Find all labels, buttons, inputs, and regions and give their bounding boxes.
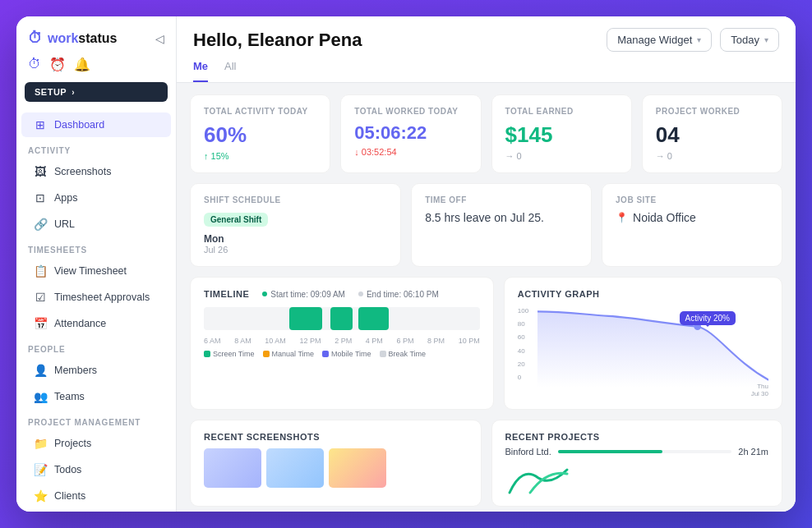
third-row: TIMELINE Start time: 09:09 AM End time: … bbox=[190, 277, 782, 410]
notification-icon[interactable]: 🔔 bbox=[74, 57, 90, 72]
stat-value: $145 bbox=[505, 122, 618, 148]
project-arc-area bbox=[505, 461, 769, 494]
sidebar-item-projects[interactable]: 📁 Projects bbox=[21, 431, 171, 456]
stat-label: TOTAL EARNED bbox=[505, 107, 618, 116]
sidebar-item-label: URL bbox=[54, 218, 75, 230]
screenshots-thumbs bbox=[204, 448, 468, 488]
shift-card: SHIFT SCHEDULE General Shift Mon Jul 26 bbox=[190, 183, 401, 267]
job-site-label: JOB SITE bbox=[616, 195, 768, 204]
sidebar-item-view-timesheet[interactable]: 📋 View Timesheet bbox=[21, 259, 171, 283]
legend-screen-time: Screen Time bbox=[204, 350, 255, 358]
sidebar-item-label: Apps bbox=[54, 192, 78, 204]
stat-sub: → 0 bbox=[656, 151, 768, 161]
today-button[interactable]: Today ▾ bbox=[720, 28, 779, 52]
time-off-label: TIME OFF bbox=[425, 195, 578, 204]
project-arc-svg bbox=[505, 461, 571, 494]
sidebar-item-label: Screenshots bbox=[54, 166, 111, 177]
stat-total-activity: TOTAL ACTIVITY TODAY 60% ↑ 15% bbox=[190, 94, 330, 173]
header-actions: Manage Widget ▾ Today ▾ bbox=[607, 28, 779, 52]
collapse-icon[interactable]: ◁ bbox=[155, 32, 164, 45]
clock-icon[interactable]: ⏱ bbox=[28, 57, 41, 72]
teams-icon: 👥 bbox=[33, 390, 48, 403]
activity-header: ACTIVITY GRAPH bbox=[518, 289, 768, 299]
manage-widget-button[interactable]: Manage Widget ▾ bbox=[607, 28, 712, 52]
timeline-bar-3 bbox=[358, 307, 389, 330]
stat-project-worked: PROJECT WORKED 04 → 0 bbox=[642, 94, 782, 173]
stat-value: 04 bbox=[656, 122, 768, 148]
sidebar-item-apps[interactable]: ⊡ Apps bbox=[21, 186, 171, 210]
sidebar-item-members[interactable]: 👤 Members bbox=[21, 358, 171, 383]
screen-time-dot bbox=[204, 351, 210, 357]
sidebar-item-timesheet-approvals[interactable]: ☑ Timesheet Approvals bbox=[21, 285, 171, 310]
main-header: Hello, Eleanor Pena Manage Widget ▾ Toda… bbox=[177, 16, 796, 83]
sidebar-item-label: Clients bbox=[54, 490, 85, 502]
tab-all[interactable]: All bbox=[224, 60, 236, 82]
sidebar-item-label: Timesheet Approvals bbox=[54, 292, 150, 303]
shift-day: Mon bbox=[204, 233, 387, 245]
logo-work: workstatus bbox=[48, 31, 117, 46]
sidebar-item-dashboard[interactable]: ⊞ Dashboard bbox=[21, 112, 171, 137]
sidebar-item-label: Projects bbox=[54, 438, 91, 449]
shift-label: SHIFT SCHEDULE bbox=[204, 195, 387, 204]
timesheet-icon: 📋 bbox=[33, 264, 48, 278]
sidebar-item-attendance[interactable]: 📅 Attendance bbox=[21, 311, 171, 336]
sidebar-item-label: Attendance bbox=[54, 318, 106, 329]
stat-label: TOTAL ACTIVITY TODAY bbox=[204, 107, 316, 116]
project-time: 2h 21m bbox=[738, 447, 768, 457]
history-icon[interactable]: ⏰ bbox=[49, 57, 66, 72]
sidebar-item-url[interactable]: 🔗 URL bbox=[21, 212, 171, 236]
setup-label: SETUP bbox=[35, 87, 67, 97]
stat-sub: ↓ 03:52:54 bbox=[354, 147, 467, 157]
section-activity: ACTIVITY bbox=[16, 138, 176, 158]
screenshot-thumb-1 bbox=[204, 448, 261, 488]
attendance-icon: 📅 bbox=[33, 317, 48, 330]
sidebar-item-screenshots[interactable]: 🖼 Screenshots bbox=[21, 159, 171, 184]
main-content: Hello, Eleanor Pena Manage Widget ▾ Toda… bbox=[177, 16, 796, 512]
sidebar-item-clients[interactable]: ⭐ Clients bbox=[21, 484, 171, 508]
setup-chevron-icon: › bbox=[72, 88, 75, 97]
job-site-value: 📍 Noida Office bbox=[616, 211, 768, 224]
section-people: PEOPLE bbox=[16, 337, 176, 357]
stat-value: 05:06:22 bbox=[354, 122, 467, 144]
tab-me[interactable]: Me bbox=[193, 60, 208, 82]
activity-tooltip: Activity 20% bbox=[680, 311, 736, 325]
time-off-value: 8.5 hrs leave on Jul 25. bbox=[425, 211, 578, 224]
screenshot-thumb-2 bbox=[266, 448, 324, 488]
screen-time-label: Screen Time bbox=[213, 350, 255, 358]
pin-icon: 📍 bbox=[616, 212, 628, 223]
thumb-inner-2 bbox=[266, 448, 324, 488]
project-bar-container bbox=[558, 450, 732, 453]
end-dot bbox=[358, 292, 363, 296]
section-timesheets: TIMESHEETS bbox=[16, 237, 176, 258]
sidebar-item-todos[interactable]: 📝 Todos bbox=[21, 457, 171, 482]
timeline-header: TIMELINE Start time: 09:09 AM End time: … bbox=[204, 289, 480, 299]
sidebar-item-label: Members bbox=[54, 365, 97, 376]
clients-icon: ⭐ bbox=[33, 489, 48, 503]
stat-label: TOTAL WORKED TODAY bbox=[354, 107, 467, 116]
sidebar: ⏱ workstatus ◁ ⏱ ⏰ 🔔 SETUP › ⊞ Dashboard… bbox=[16, 16, 177, 512]
apps-icon: ⊡ bbox=[33, 191, 48, 204]
second-row: SHIFT SCHEDULE General Shift Mon Jul 26 … bbox=[190, 183, 782, 267]
graph-x-labels: ThuJul 30 bbox=[537, 383, 768, 397]
setup-button[interactable]: SETUP › bbox=[25, 82, 168, 102]
members-icon: 👤 bbox=[33, 364, 48, 377]
timeline-card: TIMELINE Start time: 09:09 AM End time: … bbox=[190, 277, 494, 410]
time-off-card: TIME OFF 8.5 hrs leave on Jul 25. bbox=[411, 183, 592, 267]
logo-icon: ⏱ bbox=[28, 30, 43, 47]
sidebar-item-teams[interactable]: 👥 Teams bbox=[21, 384, 171, 409]
job-site-name: Noida Office bbox=[633, 211, 696, 224]
project-bar bbox=[558, 450, 662, 453]
approvals-icon: ☑ bbox=[33, 291, 48, 304]
stat-sub: ↑ 15% bbox=[204, 151, 316, 161]
manual-time-dot bbox=[263, 351, 270, 357]
mobile-time-dot bbox=[322, 351, 329, 357]
shift-date: Jul 26 bbox=[204, 245, 387, 255]
screenshot-thumb-3 bbox=[329, 448, 386, 488]
end-time-info: End time: 06:10 PM bbox=[358, 290, 439, 299]
recent-projects-card: RECENT PROJECTS Binford Ltd. 2h 21m bbox=[491, 420, 783, 507]
legend-break-time: Break Time bbox=[380, 350, 427, 358]
manage-widget-chevron: ▾ bbox=[697, 35, 701, 44]
mobile-time-label: Mobile Time bbox=[331, 350, 371, 358]
stat-sub: → 0 bbox=[505, 151, 618, 161]
break-time-label: Break Time bbox=[389, 350, 427, 358]
